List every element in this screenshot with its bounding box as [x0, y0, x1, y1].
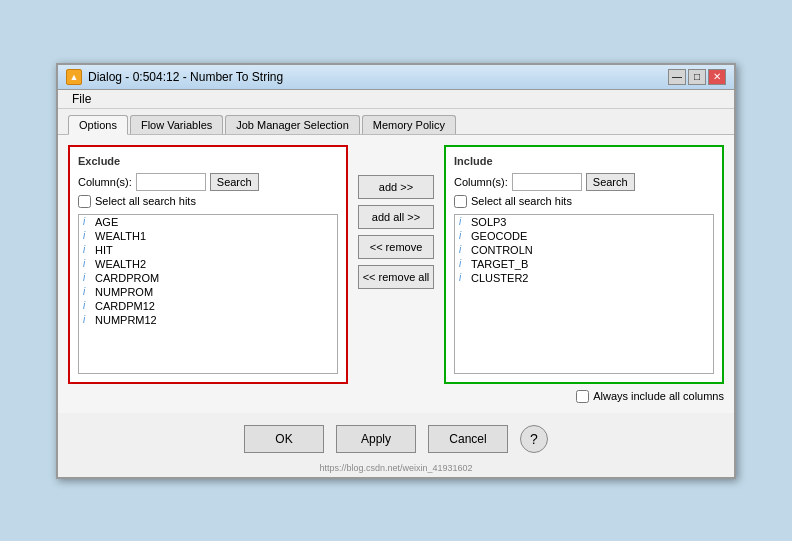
- item-name: NUMPRM12: [95, 314, 157, 326]
- list-item[interactable]: iNUMPRM12: [79, 313, 337, 327]
- select-controls: add >> add all >> << remove << remove al…: [354, 175, 438, 289]
- type-icon: i: [459, 230, 467, 241]
- restore-button[interactable]: □: [688, 69, 706, 85]
- type-icon: i: [83, 244, 91, 255]
- item-name: WEALTH2: [95, 258, 146, 270]
- include-list[interactable]: iSOLP3iGEOCODEiCONTROLNiTARGET_BiCLUSTER…: [454, 214, 714, 374]
- list-item[interactable]: iNUMPROM: [79, 285, 337, 299]
- item-name: CLUSTER2: [471, 272, 528, 284]
- title-bar-left: ▲ Dialog - 0:504:12 - Number To String: [66, 69, 283, 85]
- list-item[interactable]: iTARGET_B: [455, 257, 713, 271]
- list-item[interactable]: iCARDPROM: [79, 271, 337, 285]
- list-item[interactable]: iSOLP3: [455, 215, 713, 229]
- always-include-checkbox[interactable]: [576, 390, 589, 403]
- exclude-search-row: Column(s): Search: [78, 173, 338, 191]
- include-search-button[interactable]: Search: [586, 173, 635, 191]
- watermark: https://blog.csdn.net/weixin_41931602: [58, 463, 734, 477]
- list-item[interactable]: iCARDPM12: [79, 299, 337, 313]
- window-controls: — □ ✕: [668, 69, 726, 85]
- item-name: WEALTH1: [95, 230, 146, 242]
- tab-flow-variables[interactable]: Flow Variables: [130, 115, 223, 134]
- tab-job-manager[interactable]: Job Manager Selection: [225, 115, 360, 134]
- exclude-search-input[interactable]: [136, 173, 206, 191]
- item-name: TARGET_B: [471, 258, 528, 270]
- type-icon: i: [83, 286, 91, 297]
- bottom-buttons: OK Apply Cancel ?: [58, 413, 734, 463]
- item-name: AGE: [95, 216, 118, 228]
- item-name: CONTROLN: [471, 244, 533, 256]
- tab-memory-policy[interactable]: Memory Policy: [362, 115, 456, 134]
- always-include-label: Always include all columns: [593, 390, 724, 402]
- tab-bar: Options Flow Variables Job Manager Selec…: [58, 109, 734, 135]
- exclude-search-button[interactable]: Search: [210, 173, 259, 191]
- list-item[interactable]: iGEOCODE: [455, 229, 713, 243]
- list-item[interactable]: iAGE: [79, 215, 337, 229]
- add-button[interactable]: add >>: [358, 175, 434, 199]
- exclude-list[interactable]: iAGEiWEALTH1iHITiWEALTH2iCARDPROMiNUMPRO…: [78, 214, 338, 374]
- include-panel: Include Column(s): Search Select all sea…: [444, 145, 724, 384]
- cancel-button[interactable]: Cancel: [428, 425, 508, 453]
- type-icon: i: [83, 314, 91, 325]
- exclude-search-label: Column(s):: [78, 176, 132, 188]
- include-search-label: Column(s):: [454, 176, 508, 188]
- include-select-all-label: Select all search hits: [471, 195, 572, 207]
- type-icon: i: [83, 272, 91, 283]
- content-area: Exclude Column(s): Search Select all sea…: [58, 135, 734, 413]
- tab-options[interactable]: Options: [68, 115, 128, 135]
- type-icon: i: [83, 216, 91, 227]
- app-icon: ▲: [66, 69, 82, 85]
- include-label: Include: [454, 155, 714, 167]
- main-window: ▲ Dialog - 0:504:12 - Number To String —…: [56, 63, 736, 479]
- exclude-select-all-checkbox[interactable]: [78, 195, 91, 208]
- item-name: SOLP3: [471, 216, 506, 228]
- exclude-select-all-label: Select all search hits: [95, 195, 196, 207]
- remove-all-button[interactable]: << remove all: [358, 265, 434, 289]
- menu-bar: File: [58, 90, 734, 109]
- item-name: NUMPROM: [95, 286, 153, 298]
- columns-container: Exclude Column(s): Search Select all sea…: [68, 145, 724, 384]
- list-item[interactable]: iWEALTH1: [79, 229, 337, 243]
- list-item[interactable]: iWEALTH2: [79, 257, 337, 271]
- title-bar: ▲ Dialog - 0:504:12 - Number To String —…: [58, 65, 734, 90]
- minimize-button[interactable]: —: [668, 69, 686, 85]
- type-icon: i: [459, 244, 467, 255]
- window-title: Dialog - 0:504:12 - Number To String: [88, 70, 283, 84]
- include-select-all-checkbox[interactable]: [454, 195, 467, 208]
- type-icon: i: [459, 216, 467, 227]
- remove-button[interactable]: << remove: [358, 235, 434, 259]
- type-icon: i: [459, 258, 467, 269]
- exclude-label: Exclude: [78, 155, 338, 167]
- list-item[interactable]: iCLUSTER2: [455, 271, 713, 285]
- file-menu[interactable]: File: [66, 90, 97, 108]
- type-icon: i: [83, 230, 91, 241]
- include-checkbox-row: Select all search hits: [454, 195, 714, 208]
- list-item[interactable]: iHIT: [79, 243, 337, 257]
- type-icon: i: [83, 258, 91, 269]
- item-name: CARDPM12: [95, 300, 155, 312]
- add-all-button[interactable]: add all >>: [358, 205, 434, 229]
- type-icon: i: [83, 300, 91, 311]
- exclude-panel: Exclude Column(s): Search Select all sea…: [68, 145, 348, 384]
- help-button[interactable]: ?: [520, 425, 548, 453]
- ok-button[interactable]: OK: [244, 425, 324, 453]
- include-search-row: Column(s): Search: [454, 173, 714, 191]
- close-button[interactable]: ✕: [708, 69, 726, 85]
- always-include-row: Always include all columns: [68, 390, 724, 403]
- item-name: HIT: [95, 244, 113, 256]
- item-name: GEOCODE: [471, 230, 527, 242]
- list-item[interactable]: iCONTROLN: [455, 243, 713, 257]
- type-icon: i: [459, 272, 467, 283]
- item-name: CARDPROM: [95, 272, 159, 284]
- include-search-input[interactable]: [512, 173, 582, 191]
- exclude-checkbox-row: Select all search hits: [78, 195, 338, 208]
- apply-button[interactable]: Apply: [336, 425, 416, 453]
